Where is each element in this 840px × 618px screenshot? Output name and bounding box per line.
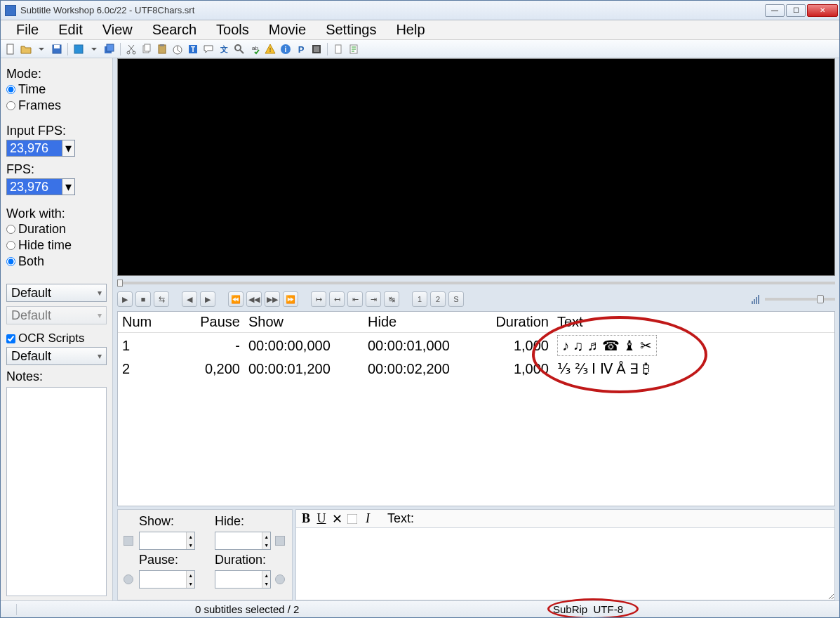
search-icon[interactable]: [232, 42, 246, 56]
clipboard-icon[interactable]: [331, 42, 345, 56]
cut-icon[interactable]: [124, 42, 138, 56]
duration-input[interactable]: ▲▼: [215, 570, 271, 589]
menu-edit[interactable]: Edit: [48, 22, 92, 38]
ocr-checkbox[interactable]: OCR Scripts: [6, 331, 107, 346]
fps-dropdown[interactable]: ▾: [62, 178, 75, 195]
svg-text:P: P: [298, 44, 305, 55]
stop-button[interactable]: ■: [135, 291, 151, 307]
clear-button[interactable]: ✕: [330, 512, 344, 526]
clock-dur-icon[interactable]: [275, 574, 285, 584]
italic-button[interactable]: I: [361, 512, 375, 526]
menu-tools[interactable]: Tools: [206, 22, 259, 38]
table-row[interactable]: 20,20000:00:01,20000:00:02,2001,000⅓ ⅔ Ⅰ…: [118, 358, 834, 379]
pause-input[interactable]: ▲▼: [139, 570, 195, 589]
rewind-button[interactable]: ⏪: [228, 291, 244, 307]
marker-b-button[interactable]: ⇥: [366, 291, 381, 307]
play-button[interactable]: ▶: [117, 291, 133, 307]
col-pause[interactable]: Pause: [167, 312, 244, 333]
input-fps-dropdown[interactable]: ▾: [62, 140, 75, 157]
spellcheck-icon[interactable]: ab: [248, 42, 262, 56]
seekbar[interactable]: [117, 279, 835, 287]
menu-view[interactable]: View: [93, 22, 142, 38]
speech-icon[interactable]: [201, 42, 215, 56]
save-all-icon[interactable]: [102, 42, 116, 56]
pascal-p-icon[interactable]: P: [294, 42, 308, 56]
set-hide-icon[interactable]: [275, 536, 285, 546]
menubar: File Edit View Search Tools Movie Settin…: [1, 20, 839, 40]
maximize-button[interactable]: ☐: [786, 4, 806, 17]
save-translate-icon[interactable]: [72, 42, 86, 56]
col-dur[interactable]: Duration: [483, 312, 553, 333]
ocr-combo[interactable]: Default: [6, 347, 107, 365]
note-icon[interactable]: [347, 42, 361, 56]
notes-textarea[interactable]: [6, 387, 107, 596]
marker-a-button[interactable]: ⇤: [347, 291, 363, 307]
color-button[interactable]: [345, 512, 359, 526]
table-row[interactable]: 1-00:00:00,00000:00:01,0001,000♪ ♫ ♬ ☎ ♝…: [118, 333, 834, 359]
fps-field[interactable]: [6, 178, 62, 195]
menu-help[interactable]: Help: [386, 22, 434, 38]
svg-text:文: 文: [220, 45, 228, 53]
sync-start-button[interactable]: ↦: [311, 291, 326, 307]
hide-label: Hide:: [215, 514, 286, 529]
text-t-icon[interactable]: T: [186, 42, 200, 56]
marker-c-button[interactable]: ↹: [384, 291, 399, 307]
point1-button[interactable]: 1: [412, 291, 427, 307]
mode-time-radio[interactable]: Time: [6, 82, 107, 97]
app-icon: [5, 5, 16, 16]
film-icon[interactable]: [309, 42, 324, 56]
time-fields: Show: Hide: ▲▼ ▲▼ Pause: Duration: ▲▼ ▲▼: [117, 509, 293, 600]
open-file-icon[interactable]: [19, 42, 33, 56]
col-text[interactable]: Text: [553, 312, 834, 333]
bold-button[interactable]: B: [299, 512, 313, 526]
toggle-button[interactable]: ⇆: [154, 291, 169, 307]
next-button[interactable]: ▶: [200, 291, 215, 307]
show-input[interactable]: ▲▼: [139, 532, 195, 550]
point2-button[interactable]: 2: [430, 291, 446, 307]
save-translate-dd-icon[interactable]: [87, 42, 101, 56]
work-duration-radio[interactable]: Duration: [6, 222, 107, 237]
prev-button[interactable]: ◀: [182, 291, 197, 307]
work-hide-radio[interactable]: Hide time: [6, 238, 107, 253]
underline-button[interactable]: U: [314, 512, 328, 526]
translate-icon[interactable]: 文: [217, 42, 231, 56]
warning-icon[interactable]: !: [263, 42, 277, 56]
copy-icon[interactable]: [140, 42, 154, 56]
save-icon[interactable]: [50, 42, 64, 56]
menu-file[interactable]: File: [6, 22, 48, 38]
col-show[interactable]: Show: [244, 312, 364, 333]
video-preview[interactable]: [117, 58, 835, 276]
svg-point-16: [235, 45, 241, 51]
minimize-button[interactable]: —: [765, 4, 785, 17]
status-format: SubRip: [553, 603, 587, 615]
text-label: Text:: [387, 511, 414, 526]
close-button[interactable]: ✕: [807, 4, 838, 17]
ffwd-button[interactable]: ⏩: [283, 291, 298, 307]
charset-combo-2[interactable]: Default: [6, 306, 107, 324]
window-title: Subtitle Workshop 6.0c/22 - UTF8Chars.sr…: [20, 5, 765, 15]
new-file-icon[interactable]: [4, 42, 18, 56]
back-button[interactable]: ◀◀: [246, 291, 262, 307]
menu-search[interactable]: Search: [142, 22, 206, 38]
col-num[interactable]: Num: [118, 312, 167, 333]
charset-combo[interactable]: Default: [6, 284, 107, 302]
info-icon[interactable]: i: [279, 42, 293, 56]
open-dropdown-icon[interactable]: [34, 42, 48, 56]
text-textarea[interactable]: [296, 528, 834, 600]
set-show-icon[interactable]: [124, 536, 133, 546]
menu-movie[interactable]: Movie: [259, 22, 316, 38]
sync-end-button[interactable]: ↤: [329, 291, 345, 307]
input-fps-field[interactable]: [6, 140, 62, 157]
col-hide[interactable]: Hide: [364, 312, 483, 333]
clock-pause-icon[interactable]: [124, 574, 133, 584]
paste-icon[interactable]: [155, 42, 169, 56]
hide-input[interactable]: ▲▼: [215, 532, 271, 550]
volume-slider[interactable]: [765, 298, 835, 301]
menu-settings[interactable]: Settings: [316, 22, 386, 38]
mode-frames-radio[interactable]: Frames: [6, 98, 107, 113]
fwd-button[interactable]: ▶▶: [265, 291, 280, 307]
timer-icon[interactable]: [171, 42, 185, 56]
subtitle-grid[interactable]: Num Pause Show Hide Duration Text 1-00:0…: [117, 311, 835, 506]
sync-button[interactable]: S: [448, 291, 464, 307]
work-both-radio[interactable]: Both: [6, 254, 107, 269]
